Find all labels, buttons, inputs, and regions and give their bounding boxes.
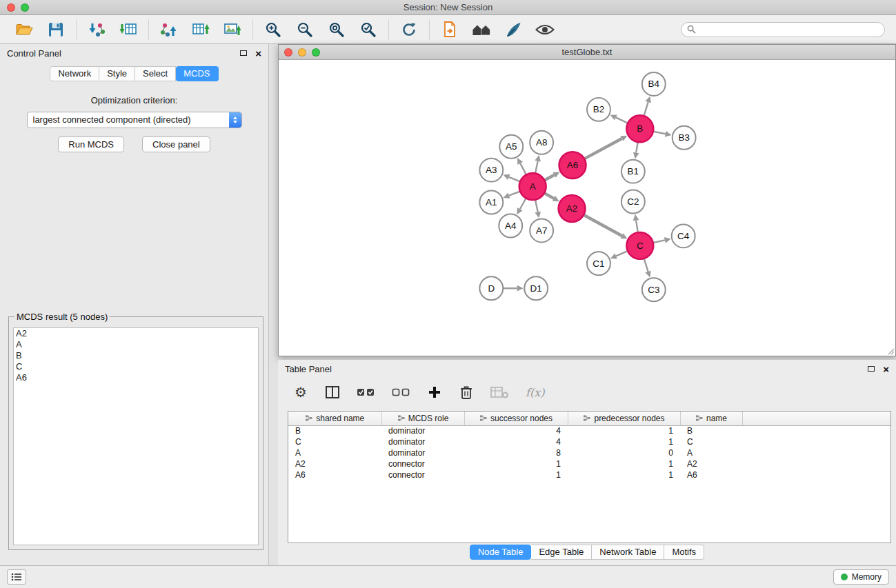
graph-edge-A-A8[interactable] <box>535 161 538 174</box>
column-header-predecessor-nodes[interactable]: predecessor nodes <box>568 412 680 425</box>
function-builder-icon[interactable]: f(x) <box>526 384 544 401</box>
memory-button[interactable]: Memory <box>833 569 889 585</box>
graph-edge-A-A4[interactable] <box>520 199 526 210</box>
open-folder-icon <box>15 21 33 38</box>
zoom-selected-button[interactable] <box>358 19 379 40</box>
table-settings-gear-icon[interactable]: ⚙ <box>293 384 308 401</box>
graph-edge-A-A3[interactable] <box>509 177 520 182</box>
close-panel-icon[interactable]: × <box>255 48 261 59</box>
column-header-successor-nodes[interactable]: successor nodes <box>464 412 568 425</box>
mcds-result-item[interactable]: A <box>14 339 258 350</box>
tab-network-table[interactable]: Network Table <box>592 545 664 560</box>
graphics-details-button[interactable] <box>503 19 524 40</box>
zoom-in-button[interactable] <box>263 19 283 40</box>
table-cell <box>742 447 890 458</box>
table-cell: 1 <box>568 458 680 469</box>
graph-edge-A-A5[interactable] <box>520 163 526 175</box>
mcds-result-item[interactable]: C <box>14 361 258 372</box>
graph-edge-A6-B[interactable] <box>584 139 621 159</box>
close-network-window-button[interactable] <box>284 48 292 57</box>
graph-edge-A-A1[interactable] <box>509 192 520 196</box>
tab-edge-table[interactable]: Edge Table <box>531 545 592 560</box>
graph-edge-C-C4[interactable] <box>653 240 665 243</box>
apply-layout-button[interactable] <box>399 19 419 40</box>
document-arrow-icon <box>441 21 459 39</box>
close-panel-button[interactable]: Close panel <box>142 136 210 152</box>
tab-motifs[interactable]: Motifs <box>664 545 704 560</box>
app-titlebar: Session: New Session <box>0 0 896 15</box>
graph-edge-C-C1[interactable] <box>616 251 628 256</box>
column-header-name[interactable]: name <box>680 412 742 425</box>
delete-column-icon[interactable] <box>490 384 509 401</box>
deselect-all-rows-icon[interactable] <box>392 384 410 401</box>
graph-edge-B-B2[interactable] <box>616 117 628 123</box>
zoom-fit-button[interactable] <box>326 19 347 40</box>
run-mcds-button[interactable]: Run MCDS <box>58 136 124 152</box>
show-columns-icon[interactable] <box>325 384 340 401</box>
tab-network[interactable]: Network <box>50 66 99 81</box>
select-all-rows-icon[interactable] <box>357 384 375 401</box>
search-field[interactable] <box>681 22 885 37</box>
node-table-container[interactable]: shared name MCDS role successor nodes <box>288 411 891 543</box>
mcds-result-list[interactable]: A2ABCA6 <box>13 327 259 545</box>
resize-grip[interactable] <box>886 347 895 355</box>
graph-edge-B-B3[interactable] <box>653 132 666 134</box>
graph-edge-A-A7[interactable] <box>535 200 538 212</box>
graph-edge-A-A6[interactable] <box>544 175 554 181</box>
graph-edge-C-C3[interactable] <box>644 258 648 272</box>
close-window-button[interactable] <box>7 3 15 12</box>
graph-edge-C-C2[interactable] <box>636 221 638 233</box>
network-canvas-area[interactable]: B4B2BB3A5A8A6A3B1AC2A1A2A4A7C4CC1C3DD1 <box>279 61 895 356</box>
zoom-out-button[interactable] <box>295 19 315 40</box>
zoom-network-window-button[interactable] <box>312 48 320 57</box>
save-session-button[interactable] <box>46 19 66 40</box>
mcds-result-item[interactable]: A2 <box>14 328 258 339</box>
network-canvas[interactable]: B4B2BB3A5A8A6A3B1AC2A1A2A4A7C4CC1C3DD1 <box>279 61 895 356</box>
graph-node-label: A8 <box>536 137 547 148</box>
column-header-mcds-role[interactable]: MCDS role <box>381 412 464 425</box>
open-file-button[interactable] <box>14 19 34 40</box>
table-row[interactable]: A6connector11A6 <box>288 469 890 480</box>
delete-row-trash-icon[interactable] <box>459 384 474 401</box>
network-overview-button[interactable] <box>471 19 492 40</box>
first-neighbors-button[interactable] <box>439 19 460 40</box>
import-table-button[interactable] <box>118 19 139 40</box>
criterion-dropdown[interactable]: largest connected component (directed) <box>27 112 242 128</box>
table-row[interactable]: Cdominator41C <box>288 436 890 447</box>
network-window-controls <box>284 48 320 57</box>
graph-node-label: C4 <box>677 231 690 241</box>
column-header-shared-name[interactable]: shared name <box>288 412 381 425</box>
close-table-panel-icon[interactable]: × <box>883 364 889 374</box>
export-table-button[interactable] <box>190 19 211 40</box>
table-toolbar: ⚙ <box>288 381 544 404</box>
show-hide-panel-button[interactable] <box>535 19 555 40</box>
tab-style[interactable]: Style <box>99 66 135 81</box>
mcds-result-item[interactable]: B <box>14 350 258 361</box>
export-image-button[interactable] <box>222 19 243 40</box>
search-input[interactable] <box>699 24 879 34</box>
graph-edge-A2-C[interactable] <box>584 215 621 236</box>
import-network-button[interactable] <box>86 19 107 40</box>
tab-mcds[interactable]: MCDS <box>176 66 218 81</box>
export-network-button[interactable] <box>159 19 179 40</box>
float-table-panel-icon[interactable] <box>868 366 875 372</box>
table-row[interactable]: A2connector11A2 <box>288 458 890 469</box>
add-column-icon[interactable] <box>427 384 442 401</box>
graph-edge-B-B1[interactable] <box>636 142 638 153</box>
save-floppy-icon <box>48 21 64 38</box>
table-row[interactable]: Adominator80A <box>288 447 890 458</box>
tab-select[interactable]: Select <box>135 66 176 81</box>
dropdown-stepper-icon[interactable] <box>229 112 241 128</box>
minimize-network-window-button[interactable] <box>298 48 306 57</box>
graph-edge-B-B4[interactable] <box>644 102 648 116</box>
graph-edge-A-A2[interactable] <box>544 193 554 199</box>
task-history-button[interactable] <box>7 569 26 585</box>
network-window-titlebar[interactable]: testGlobe.txt <box>279 45 895 60</box>
graph-node-label: C <box>637 241 644 251</box>
mcds-result-item[interactable]: A6 <box>14 372 258 383</box>
zoom-window-button[interactable] <box>21 3 29 12</box>
tab-node-table[interactable]: Node Table <box>470 545 532 560</box>
table-row[interactable]: Bdominator41B <box>288 425 890 436</box>
float-panel-icon[interactable] <box>240 50 247 56</box>
optimization-criterion-label: Optimization criterion: <box>0 95 268 105</box>
